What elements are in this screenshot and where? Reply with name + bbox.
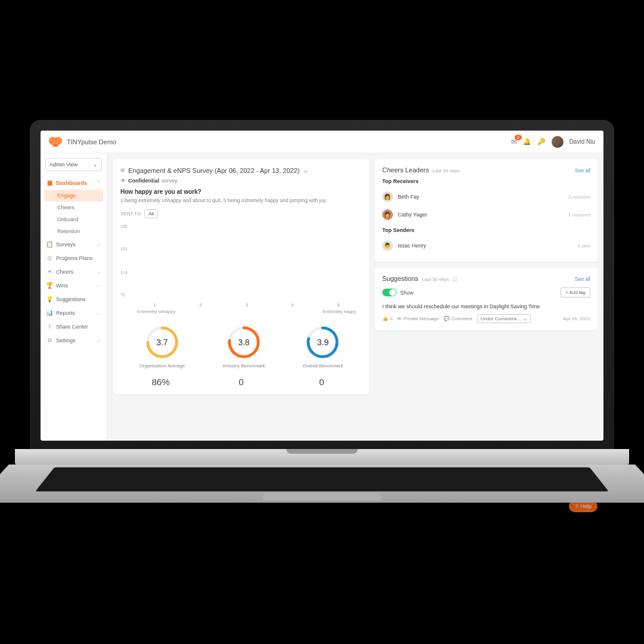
nav-dashboards[interactable]: ▦Dashboards⌃ <box>41 176 107 190</box>
info-icon[interactable]: ⓘ <box>453 276 457 283</box>
comment-button[interactable]: 💬Comment <box>444 316 472 321</box>
nav-suggestions[interactable]: 💡Suggestions <box>41 292 107 306</box>
suggestions-title: Suggestions <box>382 275 419 282</box>
suggestion-text: I think we should reschedule our meeting… <box>382 304 590 309</box>
show-toggle[interactable] <box>382 289 397 296</box>
chevron-down-icon: ⌄ <box>97 242 101 247</box>
view-selector[interactable]: Admin View⌄ <box>45 158 102 171</box>
brand-title: TINYpulse Demo <box>67 138 116 145</box>
survey-card: Engagement & eNPS Survey (Apr 06, 2022 -… <box>113 159 369 394</box>
sidebar-item-engage[interactable]: Engage <box>44 190 103 202</box>
chevron-down-icon: ⌄ <box>97 283 101 288</box>
nav-wins[interactable]: 🏆Wins⌄ <box>41 278 107 292</box>
nav-reports[interactable]: 📊Reports⌄ <box>41 306 107 320</box>
gauge-industry: 3.8 Industry Benchmark <box>222 325 265 369</box>
axis-high: Extremely happy <box>323 309 356 314</box>
chevron-down-icon: ⌄ <box>523 316 527 321</box>
grid-icon: ▦ <box>47 179 52 186</box>
gauge-overall: 3.9 Overall Benchmark <box>302 325 343 369</box>
chevron-up-icon: ⌃ <box>97 180 101 185</box>
person-row[interactable]: 👩Beth Fay3 received <box>382 188 590 206</box>
mail-icon: ✉ <box>397 316 401 321</box>
top-senders-label: Top Senders <box>382 227 590 233</box>
chart-icon: 📊 <box>47 309 52 316</box>
cheers-leaders-card: Cheers Leaders Last 30 days See all Top … <box>375 159 597 262</box>
avatar-icon: 👩 <box>382 191 393 202</box>
show-label: Show <box>400 290 414 296</box>
stat-c: 0 <box>281 377 362 387</box>
survey-title-row[interactable]: Engagement & eNPS Survey (Apr 06, 2022 -… <box>120 166 362 174</box>
username[interactable]: David Niu <box>569 138 595 145</box>
key-icon[interactable]: 🔑 <box>537 138 546 145</box>
stat-response-rate: 86% <box>120 377 201 387</box>
cheers-see-all[interactable]: See all <box>575 168 590 174</box>
survey-description: 1 being extremely unhappy and about to q… <box>120 197 362 205</box>
cheers-period: Last 30 days <box>432 168 459 174</box>
chevron-down-icon: ⌄ <box>303 166 308 174</box>
suggestions-see-all[interactable]: See all <box>575 276 590 282</box>
chevron-down-icon: ⌄ <box>97 310 101 315</box>
bell-icon[interactable]: 🔔 <box>523 138 531 145</box>
avatar-icon: 👩 <box>382 209 393 220</box>
logo-icon <box>49 137 62 147</box>
axis-low: Extremely unhappy <box>137 309 175 314</box>
private-message-button[interactable]: ✉Private Message <box>397 316 439 321</box>
comment-icon: 💬 <box>444 316 450 321</box>
top-receivers-label: Top Receivers <box>382 178 590 184</box>
thumb-icon: 👍 <box>382 316 388 321</box>
share-icon: ⇪ <box>47 323 52 330</box>
nav-surveys[interactable]: 📋Surveys⌄ <box>41 237 107 251</box>
filter-all[interactable]: All <box>144 209 158 218</box>
sidebar-item-onboard[interactable]: Onboard <box>41 213 107 225</box>
target-icon: ◎ <box>47 255 52 261</box>
suggestion-date: Apr 28, 2022 <box>563 316 590 321</box>
cheers-title: Cheers Leaders <box>382 166 429 174</box>
survey-question: How happy are you at work? <box>120 188 362 195</box>
nav-share[interactable]: ⇪Share Center <box>41 320 107 333</box>
stat-b: 0 <box>201 377 281 387</box>
eye-icon: 👁 <box>120 178 126 184</box>
person-row[interactable]: 👩Cathy Yager1 received <box>382 206 590 224</box>
mail-icon[interactable]: ✉2 <box>511 138 517 146</box>
chevron-down-icon: ⌄ <box>97 269 101 274</box>
sent-to-label: SENT TO <box>120 211 141 216</box>
happiness-bar-chart: 19015211476 1 2 3 4 5 <box>120 224 362 308</box>
clipboard-icon: 📋 <box>47 241 52 247</box>
suggestions-card: Suggestions Last 30 days ⓘ See all Show … <box>375 268 597 330</box>
avatar-icon: 👨 <box>382 240 393 251</box>
suggestions-period: Last 30 days <box>422 277 449 282</box>
sidebar: Admin View⌄ ▦Dashboards⌃ Engage Cheers O… <box>41 153 107 441</box>
status-select[interactable]: Under Considera…⌄ <box>477 314 531 323</box>
chevron-down-icon: ⌄ <box>97 338 101 343</box>
sidebar-item-cheers[interactable]: Cheers <box>41 202 107 213</box>
sidebar-item-retention[interactable]: Retention <box>41 225 107 237</box>
trophy-icon: 🏆 <box>47 282 52 289</box>
gauge-org: 3.7 Organization Average <box>140 325 185 369</box>
nav-progress[interactable]: ◎Progress Plans <box>41 251 107 265</box>
topbar: TINYpulse Demo ✉2 🔔 🔑 David Niu <box>41 131 603 153</box>
wand-icon: ✦ <box>47 268 52 275</box>
gear-icon: ⚙ <box>47 337 52 343</box>
like-button[interactable]: 👍0 <box>382 316 392 321</box>
nav-cheers[interactable]: ✦Cheers⌄ <box>41 265 107 278</box>
bulb-icon: 💡 <box>47 296 52 302</box>
y-axis: 19015211476 <box>120 224 128 297</box>
survey-title: Engagement & eNPS Survey (Apr 06, 2022 -… <box>128 167 299 174</box>
confidential-label: 👁Confidentialsurvey <box>120 178 362 184</box>
person-row[interactable]: 👨Issac Henry4 sent <box>382 237 590 255</box>
notification-badge: 2 <box>515 135 522 140</box>
nav-settings[interactable]: ⚙Settings⌄ <box>41 333 107 347</box>
status-dot-icon <box>120 168 125 172</box>
add-tag-button[interactable]: + Add tag <box>561 287 590 298</box>
avatar[interactable] <box>552 136 564 148</box>
